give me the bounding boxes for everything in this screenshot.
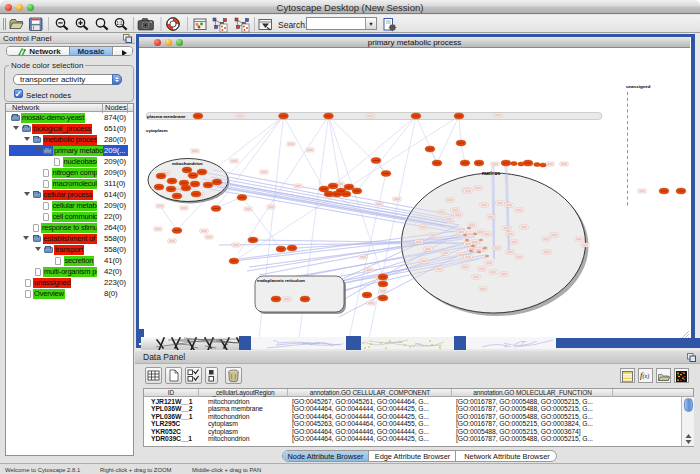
svg-text:unassigned: unassigned [626,84,651,89]
svg-text:cytoplasm: cytoplasm [146,128,168,133]
svg-text:1:1: 1:1 [116,21,123,26]
svg-text:nucleus: nucleus [482,171,500,176]
svg-text:plasma membrane: plasma membrane [147,114,186,119]
svg-text:mitochondrion: mitochondrion [172,161,203,166]
svg-text:endoplasmic reticulum: endoplasmic reticulum [257,278,305,283]
